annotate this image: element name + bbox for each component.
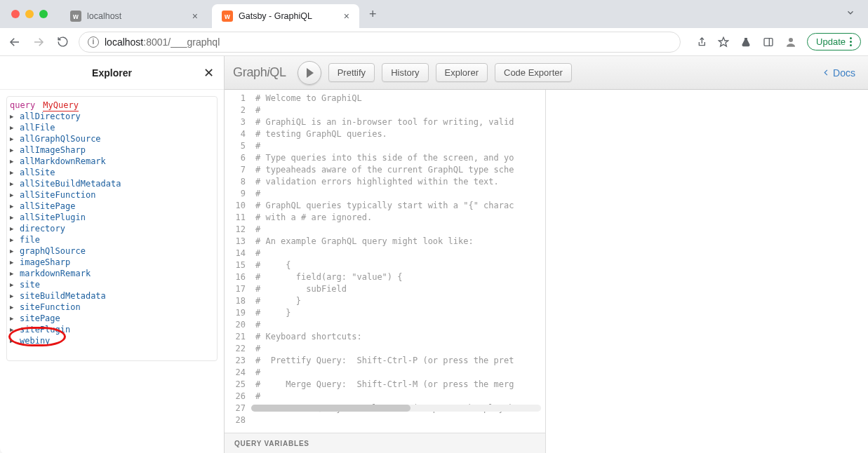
explorer-field-allMarkdownRemark[interactable]: ▶allMarkdownRemark: [10, 156, 214, 167]
chevron-right-icon: ▶: [10, 113, 15, 120]
share-icon[interactable]: [695, 36, 707, 48]
docs-button[interactable]: Docs: [818, 67, 860, 79]
explorer-field-site[interactable]: ▶site: [10, 279, 214, 290]
explorer-button[interactable]: Explorer: [436, 63, 488, 82]
minimize-window-icon[interactable]: [25, 10, 34, 18]
chevron-right-icon: ▶: [10, 259, 15, 266]
tab-localhost[interactable]: w localhost ×: [60, 4, 208, 28]
maximize-window-icon[interactable]: [39, 10, 48, 18]
explorer-field-imageSharp[interactable]: ▶imageSharp: [10, 257, 214, 268]
new-tab-button[interactable]: +: [363, 4, 382, 25]
docs-label: Docs: [833, 67, 855, 79]
explorer-field-label: allSitePlugin: [20, 212, 86, 222]
explorer-field-label: allMarkdownRemark: [20, 156, 106, 166]
explorer-field-allSiteFunction[interactable]: ▶allSiteFunction: [10, 189, 214, 201]
query-name-input[interactable]: MyQuery: [43, 100, 79, 111]
query-editor-pane: 1234567891011121314151617181920212223242…: [225, 90, 546, 453]
history-button[interactable]: History: [382, 63, 428, 82]
code-exporter-button[interactable]: Code Exporter: [495, 63, 572, 82]
chevron-right-icon: ▶: [10, 315, 15, 322]
chevron-right-icon: ▶: [10, 158, 15, 165]
profile-icon[interactable]: [784, 36, 797, 48]
explorer-field-label: allSiteBuildMetadata: [20, 179, 121, 189]
address-bar: i localhost:8001/___graphql Update: [0, 28, 868, 56]
explorer-field-label: allImageSharp: [20, 145, 86, 155]
explorer-field-label: imageSharp: [20, 257, 70, 267]
explorer-field-siteFunction[interactable]: ▶siteFunction: [10, 302, 214, 313]
explorer-field-webiny[interactable]: ▶webiny: [10, 335, 214, 346]
site-info-icon[interactable]: i: [88, 36, 99, 48]
explorer-field-allSite[interactable]: ▶allSite: [10, 167, 214, 178]
close-tab-icon[interactable]: ×: [344, 11, 349, 22]
explorer-field-label: siteFunction: [20, 302, 81, 312]
chevron-right-icon: ▶: [10, 203, 15, 210]
svg-point-6: [789, 38, 793, 42]
explorer-field-allSitePage[interactable]: ▶allSitePage: [10, 201, 214, 212]
close-window-icon[interactable]: [11, 10, 20, 18]
explorer-sidebar: Explorer ✕ query MyQuery ▶allDirectory▶a…: [0, 56, 225, 453]
explorer-field-allFile[interactable]: ▶allFile: [10, 122, 214, 133]
panel-icon[interactable]: [762, 36, 775, 48]
chevron-right-icon: ▶: [10, 169, 15, 176]
explorer-field-sitePage[interactable]: ▶sitePage: [10, 313, 214, 324]
reload-button[interactable]: [55, 36, 70, 48]
tab-title: localhost: [87, 11, 121, 21]
code-content[interactable]: # Welcome to GraphiQL## GraphiQL is an i…: [251, 90, 545, 433]
explorer-field-allGraphQlSource[interactable]: ▶allGraphQlSource: [10, 133, 214, 144]
explorer-field-sitePlugin[interactable]: ▶sitePlugin: [10, 324, 214, 335]
update-button[interactable]: Update: [807, 33, 861, 50]
line-gutter: 1234567891011121314151617181920212223242…: [225, 90, 251, 433]
graphiql-logo: GraphiQL: [233, 65, 286, 80]
tab-graphiql[interactable]: w Gatsby - GraphiQL ×: [212, 4, 359, 28]
scrollbar-thumb[interactable]: [251, 405, 410, 412]
query-header[interactable]: query MyQuery: [10, 100, 214, 110]
query-variables-header[interactable]: QUERY VARIABLES: [225, 433, 545, 453]
explorer-field-label: graphQlSource: [20, 246, 86, 256]
bookmark-star-icon[interactable]: [717, 36, 730, 48]
explorer-field-allSiteBuildMetadata[interactable]: ▶allSiteBuildMetadata: [10, 178, 214, 189]
explorer-field-label: sitePage: [20, 313, 60, 323]
explorer-field-allImageSharp[interactable]: ▶allImageSharp: [10, 144, 214, 156]
explorer-field-allSitePlugin[interactable]: ▶allSitePlugin: [10, 212, 214, 223]
forward-button[interactable]: [31, 36, 46, 48]
chevron-right-icon: ▶: [10, 304, 15, 311]
explorer-field-graphQlSource[interactable]: ▶graphQlSource: [10, 245, 214, 257]
execute-query-button[interactable]: [298, 61, 321, 85]
explorer-field-directory[interactable]: ▶directory: [10, 223, 214, 234]
chevron-right-icon: ▶: [10, 214, 15, 221]
horizontal-scrollbar[interactable]: [251, 405, 541, 412]
explorer-field-label: sitePlugin: [20, 325, 70, 334]
chevron-right-icon: ▶: [10, 326, 15, 333]
svg-marker-3: [719, 37, 728, 46]
explorer-body[interactable]: query MyQuery ▶allDirectory▶allFile▶allG…: [0, 90, 224, 367]
tab-bar: w localhost × w Gatsby - GraphiQL × +: [0, 0, 868, 28]
flask-icon[interactable]: [740, 36, 752, 48]
url-text: localhost:8001/___graphql: [105, 36, 220, 48]
chevron-down-icon[interactable]: [839, 8, 862, 20]
graphiql-body: 1234567891011121314151617181920212223242…: [225, 90, 868, 453]
prettify-button[interactable]: Prettify: [328, 63, 375, 82]
graphiql-main: GraphiQL Prettify History Explorer Code …: [225, 56, 868, 453]
graphiql-toolbar: GraphiQL Prettify History Explorer Code …: [225, 56, 868, 90]
explorer-field-siteBuildMetadata[interactable]: ▶siteBuildMetadata: [10, 290, 214, 302]
favicon-icon: w: [222, 11, 233, 22]
explorer-field-label: allGraphQlSource: [20, 134, 101, 144]
chevron-right-icon: ▶: [10, 281, 15, 288]
update-label: Update: [816, 36, 846, 47]
explorer-header: Explorer ✕: [0, 56, 224, 90]
url-input[interactable]: i localhost:8001/___graphql: [79, 32, 681, 53]
chevron-right-icon: ▶: [10, 147, 15, 154]
close-tab-icon[interactable]: ×: [192, 11, 198, 22]
back-button[interactable]: [7, 36, 22, 48]
app-area: Explorer ✕ query MyQuery ▶allDirectory▶a…: [0, 56, 868, 453]
chevron-right-icon: ▶: [10, 225, 15, 232]
code-editor[interactable]: 1234567891011121314151617181920212223242…: [225, 90, 545, 433]
close-explorer-icon[interactable]: ✕: [203, 65, 214, 81]
explorer-field-allDirectory[interactable]: ▶allDirectory: [10, 111, 214, 122]
explorer-field-markdownRemark[interactable]: ▶markdownRemark: [10, 268, 214, 279]
explorer-field-label: allDirectory: [20, 111, 81, 121]
explorer-title: Explorer: [92, 67, 132, 79]
explorer-field-label: directory: [20, 224, 65, 234]
chevron-right-icon: ▶: [10, 135, 15, 142]
explorer-field-file[interactable]: ▶file: [10, 234, 214, 245]
